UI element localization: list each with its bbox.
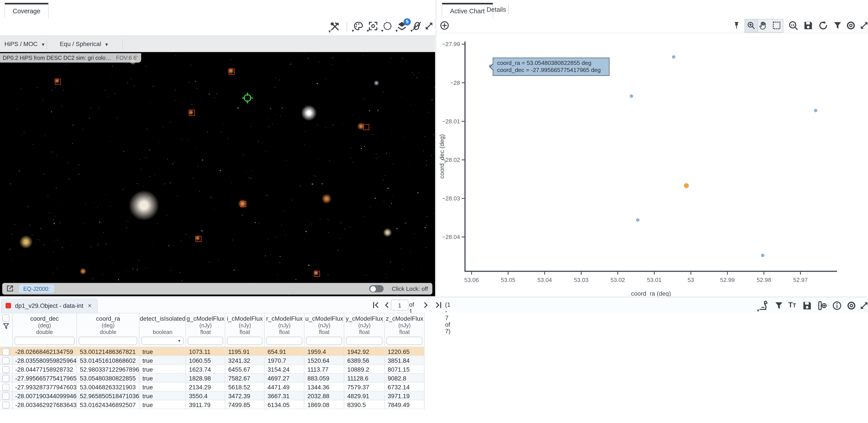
- row-checkbox[interactable]: [2, 366, 9, 373]
- table-cell[interactable]: 1959.4: [304, 347, 344, 356]
- row-checkbox[interactable]: [2, 374, 9, 382]
- table-cell[interactable]: 3971.19: [384, 391, 425, 400]
- column-filter-input[interactable]: [267, 337, 303, 345]
- table-cell[interactable]: 883.059: [304, 373, 344, 382]
- table-cell[interactable]: -28.035580959825964: [12, 356, 77, 365]
- table-cell[interactable]: 53.00121486367821: [77, 347, 140, 356]
- table-cell[interactable]: 3851.84: [384, 356, 425, 365]
- layers-icon[interactable]: 5 ▼: [397, 21, 407, 31]
- next-page-icon[interactable]: [422, 301, 430, 309]
- table-cell[interactable]: 1869.08: [304, 400, 344, 409]
- sky-image[interactable]: DP0.2 HiPS from DESC DC2 sim: gri colo…F…: [0, 52, 435, 296]
- table-cell[interactable]: 1220.65: [384, 347, 425, 356]
- external-link-icon[interactable]: [6, 284, 14, 292]
- add-column-icon[interactable]: [817, 301, 827, 311]
- table-cell[interactable]: 11128.6: [344, 373, 384, 382]
- table-cell[interactable]: 6134.05: [265, 400, 304, 409]
- table-cell[interactable]: 4471.49: [265, 382, 304, 391]
- column-filter-input[interactable]: [346, 337, 383, 345]
- row-checkbox[interactable]: [2, 348, 9, 355]
- table-cell[interactable]: -28.003462927683643: [12, 400, 77, 409]
- data-point-selected[interactable]: [684, 183, 689, 188]
- save-table-icon[interactable]: [802, 301, 812, 311]
- scatter-chart[interactable]: 53.0653.0553.0453.0353.0253.015352.9952.…: [437, 0, 868, 296]
- catalog-marker[interactable]: [240, 201, 246, 207]
- table-row[interactable]: -28.03558095982596453.01451610868602true…: [0, 356, 425, 365]
- column-header-i_cModelFlux[interactable]: i_cModelFlux (nJy) float: [225, 313, 265, 347]
- table-cell[interactable]: -27.993287377947603: [12, 382, 77, 391]
- table-cell[interactable]: 1828.98: [186, 373, 225, 382]
- table-cell[interactable]: true: [139, 400, 186, 409]
- table-cell[interactable]: 3667.31: [265, 391, 304, 400]
- table-cell[interactable]: 53.01451610868602: [77, 356, 140, 365]
- prev-page-icon[interactable]: [383, 301, 391, 309]
- table-cell[interactable]: 3154.24: [265, 365, 304, 373]
- data-point[interactable]: [761, 254, 765, 258]
- panel-splitter-vertical[interactable]: [436, 0, 436, 296]
- data-search-icon[interactable]: ▼: [758, 301, 768, 311]
- column-filter-input[interactable]: [14, 337, 75, 345]
- table-cell[interactable]: 9082.8: [384, 373, 425, 382]
- column-header-y_cModelFlux[interactable]: y_cModelFlux (nJy) float: [344, 313, 384, 347]
- column-filter-input[interactable]: [188, 337, 223, 345]
- page-number-input[interactable]: [391, 300, 408, 311]
- catalog-marker[interactable]: [188, 110, 195, 116]
- table-cell[interactable]: 6732.14: [384, 382, 425, 391]
- table-cell[interactable]: true: [139, 347, 186, 356]
- table-cell[interactable]: 8390.5: [344, 400, 384, 409]
- first-page-icon[interactable]: [372, 301, 380, 309]
- table-cell[interactable]: 6389.56: [344, 356, 384, 365]
- table-cell[interactable]: -27.995665775417965: [12, 373, 77, 382]
- table-cell[interactable]: 7579.37: [344, 382, 384, 391]
- text-view-icon[interactable]: TT: [788, 301, 796, 309]
- table-cell[interactable]: 1060.55: [186, 356, 225, 365]
- row-checkbox[interactable]: [2, 357, 9, 364]
- select-all-checkbox[interactable]: [2, 314, 10, 322]
- table-cell[interactable]: 6455.67: [225, 365, 265, 373]
- table-cell[interactable]: -28.02668462134759: [12, 347, 77, 356]
- table-cell[interactable]: 4829.91: [344, 391, 384, 400]
- table-row[interactable]: -28.0447715892873252.980337122967896true…: [0, 365, 425, 373]
- column-header-g_cModelFlux[interactable]: g_cModelFlux (nJy) float: [186, 313, 225, 347]
- table-cell[interactable]: 3550.4: [186, 391, 225, 400]
- table-row[interactable]: -28.00719034409994652.965850518471036tru…: [0, 391, 425, 400]
- table-cell[interactable]: true: [139, 365, 186, 373]
- data-point[interactable]: [814, 109, 817, 112]
- column-header-u_cModelFlux[interactable]: u_cModelFlux (nJy) float: [304, 313, 344, 347]
- click-lock-toggle[interactable]: [369, 285, 384, 293]
- table-cell[interactable]: 3472.39: [225, 391, 265, 400]
- column-header-detect_isIsolated[interactable]: detect_isIsolated boolean ▼: [139, 313, 186, 347]
- table-cell[interactable]: 1942.92: [344, 347, 384, 356]
- data-point[interactable]: [636, 218, 640, 222]
- table-cell[interactable]: -28.007190344099946: [12, 391, 77, 400]
- unlink-icon[interactable]: ▼: [412, 21, 422, 31]
- table-cell[interactable]: 1623.74: [186, 365, 225, 373]
- last-page-icon[interactable]: [435, 301, 442, 309]
- projection-dropdown[interactable]: Equ / Spherical▼: [60, 40, 109, 47]
- catalog-marker[interactable]: [55, 79, 61, 85]
- table-cell[interactable]: 1520.64: [304, 356, 344, 365]
- table-row[interactable]: -27.99566577541796553.05480380822855true…: [0, 373, 425, 382]
- table-cell[interactable]: true: [139, 391, 186, 400]
- filter-row-funnel-icon[interactable]: [3, 323, 9, 330]
- hips-moc-dropdown[interactable]: HiPS / MOC▼: [4, 40, 45, 47]
- palette-icon[interactable]: ▼: [353, 21, 363, 31]
- table-cell[interactable]: 3911.79: [186, 400, 225, 409]
- table-cell[interactable]: 2134.29: [186, 382, 225, 391]
- filter-table-icon[interactable]: [775, 301, 783, 310]
- table-row[interactable]: -27.99328737794760353.00468263321903true…: [0, 382, 425, 391]
- select-region-icon[interactable]: ▼: [383, 21, 393, 31]
- table-cell[interactable]: 1113.77: [304, 365, 344, 373]
- row-checkbox[interactable]: [2, 383, 9, 391]
- row-checkbox[interactable]: [2, 401, 9, 409]
- table-cell[interactable]: -28.04477158928732: [12, 365, 77, 373]
- table-cell[interactable]: 4697.27: [265, 373, 304, 382]
- close-table-icon[interactable]: ×: [88, 302, 92, 310]
- table-cell[interactable]: 53.05480380822855: [77, 373, 140, 382]
- table-cell[interactable]: 1970.7: [265, 356, 304, 365]
- recenter-icon[interactable]: ▼: [368, 21, 378, 31]
- expand-icon[interactable]: [424, 21, 434, 31]
- table-cell[interactable]: 52.965850518471036: [77, 391, 140, 400]
- column-header-coord_dec[interactable]: coord_dec (deg) double: [12, 313, 77, 347]
- catalog-marker[interactable]: [363, 124, 369, 130]
